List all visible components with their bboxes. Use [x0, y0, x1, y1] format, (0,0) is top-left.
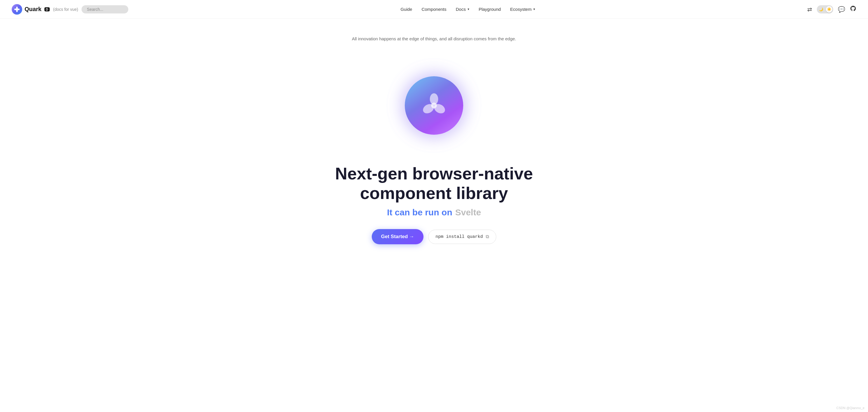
logo-d-badge: D: [44, 7, 50, 11]
logo-icon: [12, 4, 22, 14]
subtitle-static: It can be run on: [387, 208, 452, 217]
moon-icon: 🌙: [819, 7, 823, 11]
tagline: All innovation happens at the edge of th…: [352, 36, 516, 41]
nav-left: Quark D (docs for vue) Search...: [12, 4, 128, 14]
navbar: Quark D (docs for vue) Search... Guide C…: [0, 0, 868, 19]
search-button[interactable]: Search...: [82, 5, 128, 13]
hero-title: Next-gen browser-native component librar…: [303, 164, 565, 203]
nav-guide[interactable]: Guide: [400, 7, 412, 12]
chat-icon[interactable]: 💬: [838, 6, 845, 13]
theme-toggle-knob: ☀️: [826, 6, 832, 12]
svg-point-3: [431, 102, 437, 108]
sun-icon: ☀️: [827, 7, 832, 11]
get-started-button[interactable]: Get Started →: [372, 229, 424, 244]
logo-name: Quark: [25, 6, 41, 12]
docs-chevron-icon: ▾: [468, 7, 469, 11]
nav-right: ⇄ 🌙 ☀️ 💬: [807, 5, 856, 13]
nav-components[interactable]: Components: [422, 7, 446, 12]
hero-quark-icon: [418, 89, 450, 122]
hero-logo-circle: [405, 76, 463, 135]
npm-install-button[interactable]: npm install quarkd ⧉: [428, 230, 496, 244]
watermark: CSDN @Qianmo_e: [836, 406, 865, 410]
npm-command-text: npm install quarkd: [435, 234, 483, 239]
hero-subtitle: It can be run on Svelte: [387, 208, 481, 217]
docs-tag: (docs for vue): [53, 7, 78, 12]
hero-logo-wrap: [387, 59, 481, 152]
subtitle-framework: Svelte: [455, 208, 481, 217]
logo[interactable]: Quark D: [12, 4, 50, 14]
nav-links: Guide Components Docs ▾ Playground Ecosy…: [400, 7, 535, 12]
hero-section: All innovation happens at the edge of th…: [0, 19, 868, 268]
copy-icon[interactable]: ⧉: [486, 234, 489, 240]
hero-actions: Get Started → npm install quarkd ⧉: [372, 229, 496, 244]
theme-toggle[interactable]: 🌙 ☀️: [817, 5, 833, 13]
ecosystem-chevron-icon: ▾: [533, 7, 535, 11]
translate-icon[interactable]: ⇄: [807, 6, 812, 13]
github-icon[interactable]: [850, 5, 856, 13]
nav-playground[interactable]: Playground: [479, 7, 501, 12]
nav-ecosystem[interactable]: Ecosystem ▾: [510, 7, 535, 12]
nav-docs[interactable]: Docs ▾: [456, 7, 469, 12]
